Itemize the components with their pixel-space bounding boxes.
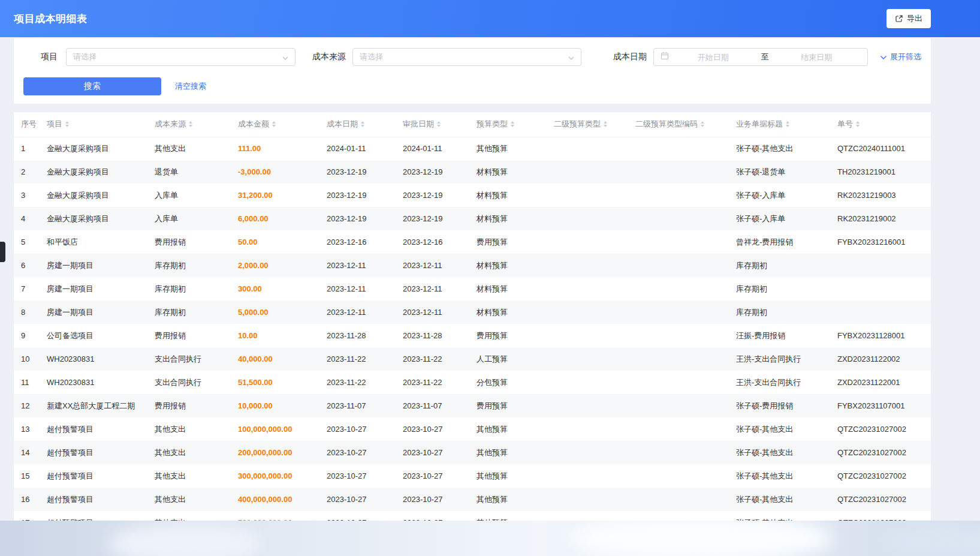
column-header-doc_no[interactable]: 单号 xyxy=(831,112,931,137)
sort-icon[interactable] xyxy=(511,121,514,127)
column-header-sub_type[interactable]: 二级预算类型 xyxy=(548,112,629,137)
cell-sub_code xyxy=(629,441,730,464)
sort-icon[interactable] xyxy=(65,121,69,127)
cell-source: 费用报销 xyxy=(149,230,232,254)
table-row: 5和平饭店费用报销50.002023-12-162023-12-16费用预算曾祥… xyxy=(14,230,931,254)
search-button[interactable]: 搜索 xyxy=(23,77,161,95)
cell-cost_date: 2023-11-22 xyxy=(321,347,397,371)
cell-no: 4 xyxy=(14,207,41,230)
cell-amount: 31,200.00 xyxy=(232,184,321,207)
cell-doc_title: 张子硕-其他支出 xyxy=(730,511,831,521)
column-header-doc_title[interactable]: 业务单据标题 xyxy=(730,112,831,137)
cell-approve_date: 2023-10-27 xyxy=(397,417,471,441)
cell-sub_type xyxy=(548,230,629,254)
cost-source-select[interactable]: 请选择 xyxy=(352,48,581,66)
background-blur-blob xyxy=(569,521,833,556)
date-range-separator: 至 xyxy=(758,52,773,62)
cell-doc_title: 库存期初 xyxy=(730,254,831,277)
cell-project: 金融大厦采购项目 xyxy=(41,160,149,184)
cell-sub_type xyxy=(548,417,629,441)
cell-source: 库存期初 xyxy=(149,254,232,277)
cell-doc_no xyxy=(831,300,931,324)
cell-doc_title: 张子硕-入库单 xyxy=(730,184,831,207)
cell-sub_code xyxy=(629,254,730,277)
column-header-sub_code[interactable]: 二级预算类型编码 xyxy=(629,112,730,137)
page-title: 项目成本明细表 xyxy=(14,12,88,26)
cell-doc_no: RK20231219002 xyxy=(831,207,931,230)
column-header-budget_type[interactable]: 预算类型 xyxy=(471,112,548,137)
table-row: 4金融大厦采购项目入库单6,000.002023-12-192023-12-19… xyxy=(14,207,931,230)
table-row: 17超付预警项目其他支出500,000,000.002023-10-272023… xyxy=(14,511,931,521)
sort-icon[interactable] xyxy=(786,121,789,127)
end-date-input[interactable] xyxy=(773,53,861,62)
table-row: 6房建一期项目库存期初2,000.002023-12-112023-12-11材… xyxy=(14,254,931,277)
cell-budget_type: 材料预算 xyxy=(471,300,548,324)
expand-filters-link[interactable]: 展开筛选 xyxy=(880,52,921,62)
cell-doc_no: QTZC20231027002 xyxy=(831,488,931,511)
column-header-no: 序号 xyxy=(14,112,41,137)
project-select-placeholder: 请选择 xyxy=(73,52,97,62)
cell-project: WH20230831 xyxy=(41,347,149,371)
export-button[interactable]: 导出 xyxy=(886,9,931,28)
cell-sub_code xyxy=(629,347,730,371)
cell-sub_type xyxy=(548,300,629,324)
table-row: 3金融大厦采购项目入库单31,200.002023-12-192023-12-1… xyxy=(14,184,931,207)
filter-panel: 项目 请选择 成本来源 请选择 成本日期 至 xyxy=(14,38,931,104)
cell-amount: 300,000,000.00 xyxy=(232,464,321,488)
column-header-label: 业务单据标题 xyxy=(736,119,783,128)
column-header-approve_date[interactable]: 审批日期 xyxy=(397,112,471,137)
cell-amount: 2,000.00 xyxy=(232,254,321,277)
cell-sub_code xyxy=(629,277,730,300)
cell-no: 3 xyxy=(14,184,41,207)
cell-doc_no: TH20231219001 xyxy=(831,160,931,184)
sort-icon[interactable] xyxy=(856,121,860,127)
cell-sub_type xyxy=(548,324,629,347)
project-filter-label: 项目 xyxy=(23,52,58,62)
cell-no: 16 xyxy=(14,488,41,511)
cell-project: 金融大厦采购项目 xyxy=(41,184,149,207)
column-header-amount[interactable]: 成本金额 xyxy=(232,112,321,137)
cell-sub_type xyxy=(548,137,629,160)
cell-doc_title: 库存期初 xyxy=(730,277,831,300)
project-select[interactable]: 请选择 xyxy=(66,48,295,66)
cell-approve_date: 2023-12-19 xyxy=(397,207,471,230)
column-header-project[interactable]: 项目 xyxy=(41,112,149,137)
cell-sub_type xyxy=(548,511,629,521)
cell-doc_no: ZXD20231122002 xyxy=(831,347,931,371)
cell-budget_type: 费用预算 xyxy=(471,394,548,417)
cell-amount: 200,000,000.00 xyxy=(232,441,321,464)
sort-icon[interactable] xyxy=(437,121,441,127)
sort-icon[interactable] xyxy=(701,121,704,127)
cell-doc_title: 张子硕-其他支出 xyxy=(730,441,831,464)
cell-approve_date: 2023-11-22 xyxy=(397,371,471,394)
cell-no: 14 xyxy=(14,441,41,464)
column-header-label: 预算类型 xyxy=(477,119,508,128)
cell-cost_date: 2023-11-28 xyxy=(321,324,397,347)
cell-source: 费用报销 xyxy=(149,394,232,417)
clear-search-link[interactable]: 清空搜索 xyxy=(175,81,206,92)
column-header-label: 成本来源 xyxy=(155,119,186,128)
cell-doc_title: 张子硕-入库单 xyxy=(730,207,831,230)
cell-sub_type xyxy=(548,441,629,464)
expand-filters-label: 展开筛选 xyxy=(890,52,921,62)
cell-approve_date: 2023-10-27 xyxy=(397,488,471,511)
column-header-cost_date[interactable]: 成本日期 xyxy=(321,112,397,137)
cell-amount: -3,000.00 xyxy=(232,160,321,184)
cell-budget_type: 分包预算 xyxy=(471,371,548,394)
chevron-down-icon xyxy=(282,52,288,62)
start-date-input[interactable] xyxy=(669,53,758,62)
cell-approve_date: 2023-11-28 xyxy=(397,324,471,347)
cell-sub_code xyxy=(629,184,730,207)
cell-sub_code xyxy=(629,230,730,254)
sort-icon[interactable] xyxy=(189,121,192,127)
column-header-source[interactable]: 成本来源 xyxy=(149,112,232,137)
cost-date-range-picker[interactable]: 至 xyxy=(653,48,868,66)
sort-icon[interactable] xyxy=(272,121,276,127)
cell-source: 其他支出 xyxy=(149,417,232,441)
cell-project: 超付预警项目 xyxy=(41,464,149,488)
table-row: 7房建一期项目库存期初300.002023-12-112023-12-11材料预… xyxy=(14,277,931,300)
side-drawer-handle[interactable] xyxy=(0,242,5,262)
sort-icon[interactable] xyxy=(604,121,607,127)
sort-icon[interactable] xyxy=(361,121,364,127)
column-header-label: 二级预算类型编码 xyxy=(635,119,698,128)
